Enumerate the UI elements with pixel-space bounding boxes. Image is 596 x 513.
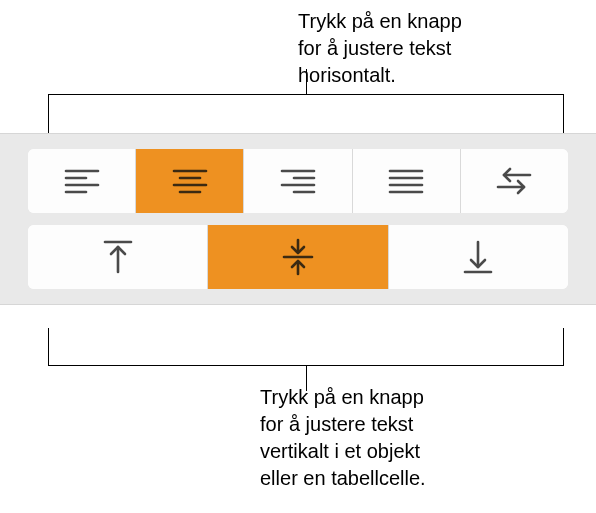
valign-top-button[interactable] [28,225,208,289]
align-right-icon [280,167,316,195]
align-right-button[interactable] [244,149,352,213]
valign-middle-button[interactable] [208,225,388,289]
align-bidi-button[interactable] [461,149,568,213]
align-justify-button[interactable] [353,149,461,213]
horizontal-alignment-row [28,149,568,213]
align-left-button[interactable] [28,149,136,213]
valign-bottom-button[interactable] [389,225,568,289]
callout-vertical-text: Trykk på en knapp for å justere tekst ve… [260,384,426,492]
align-center-icon [172,167,208,195]
valign-top-icon [102,239,134,275]
valign-middle-icon [281,238,315,276]
align-center-button[interactable] [136,149,244,213]
align-bidi-icon [494,166,534,196]
callout-horizontal-leader [48,94,564,138]
align-left-icon [64,167,100,195]
callout-horizontal-text: Trykk på en knapp for å justere tekst ho… [298,8,462,89]
alignment-toolbar [0,133,596,305]
valign-bottom-icon [462,239,494,275]
callout-vertical-leader [48,328,564,366]
vertical-alignment-row [28,225,568,289]
align-justify-icon [388,167,424,195]
